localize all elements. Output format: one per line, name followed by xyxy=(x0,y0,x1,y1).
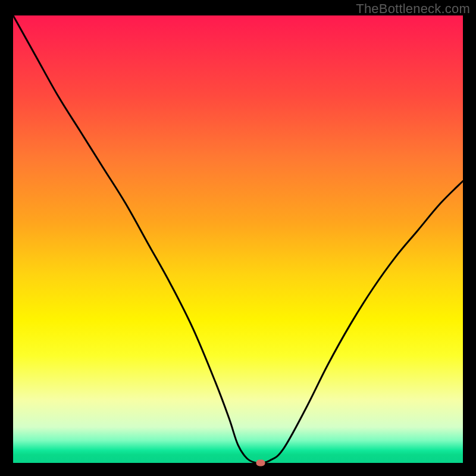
chart-frame: TheBottleneck.com xyxy=(0,0,476,476)
plot-area xyxy=(13,15,463,463)
bottleneck-curve xyxy=(13,15,463,463)
curve-path xyxy=(13,15,463,463)
optimal-point-marker xyxy=(256,460,265,466)
attribution-text: TheBottleneck.com xyxy=(356,1,470,17)
